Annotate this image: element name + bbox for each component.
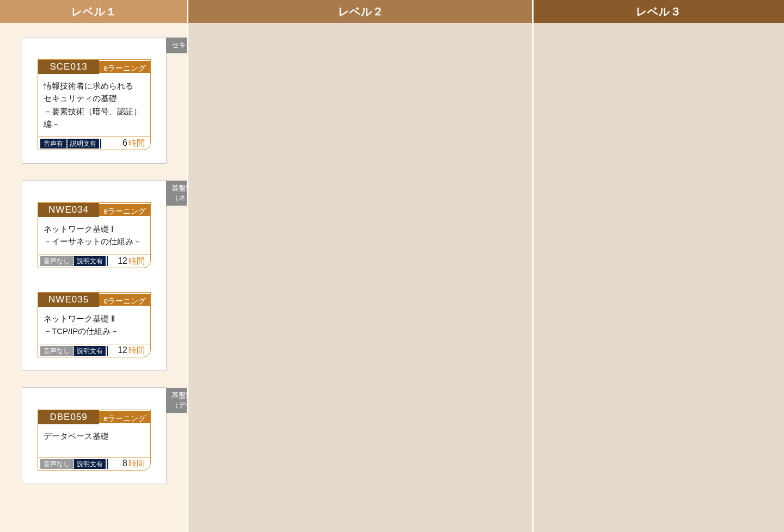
course-footer: 音声有説明文有6時間 bbox=[38, 137, 150, 150]
course-card[interactable]: DBE059eラーニングデータベース基礎音声なし説明文有8時間 bbox=[38, 410, 151, 471]
course-group: 基盤製品 （ネットワーク）NWE034eラーニングネットワーク基礎 Ⅰ －イーサ… bbox=[22, 180, 167, 371]
course-type-badge: eラーニング bbox=[99, 203, 150, 217]
course-group: セキュリティSCE013eラーニング情報技術者に求められる セキュリティの基礎 … bbox=[22, 37, 167, 164]
hours-value: 8 bbox=[122, 459, 127, 468]
course-header: DBE059eラーニング bbox=[38, 410, 150, 424]
hours-value: 12 bbox=[118, 345, 127, 355]
course-footer: 音声なし説明文有12時間 bbox=[38, 344, 150, 357]
course-hours: 12時間 bbox=[109, 345, 150, 356]
course-footer: 音声なし説明文有8時間 bbox=[38, 457, 150, 470]
course-header: NWE034eラーニング bbox=[38, 203, 150, 217]
column-header-level-2: レベル２ bbox=[188, 0, 534, 23]
course-card[interactable]: NWE034eラーニングネットワーク基礎 Ⅰ －イーサネットの仕組み－音声なし説… bbox=[38, 202, 151, 268]
course-title: 情報技術者に求められる セキュリティの基礎 －要素技術（暗号、認証）編－ bbox=[38, 74, 150, 137]
course-footer: 音声なし説明文有12時間 bbox=[38, 255, 150, 268]
column-level-1: レベル１ セキュリティSCE013eラーニング情報技術者に求められる セキュリテ… bbox=[0, 0, 188, 532]
description-available-badge: 説明文有 bbox=[74, 256, 106, 266]
course-title: ネットワーク基礎 Ⅰ －イーサネットの仕組み－ bbox=[38, 217, 150, 255]
course-code: SCE013 bbox=[38, 60, 99, 74]
course-card[interactable]: NWE035eラーニングネットワーク基礎 Ⅱ －TCP/IPの仕組み－音声なし説… bbox=[38, 292, 151, 358]
footer-divider-icon bbox=[100, 139, 101, 149]
audio-unavailable-badge: 音声なし bbox=[40, 346, 73, 356]
footer-divider-icon bbox=[107, 459, 108, 469]
course-code: NWE035 bbox=[38, 293, 99, 307]
footer-divider-icon bbox=[107, 346, 108, 356]
course-group: 基盤製品 （データベース）DBE059eラーニングデータベース基礎音声なし説明文… bbox=[22, 387, 167, 484]
hours-value: 6 bbox=[122, 138, 127, 147]
course-type-badge: eラーニング bbox=[99, 60, 150, 74]
hours-unit-label: 時間 bbox=[128, 256, 145, 265]
course-title: ネットワーク基礎 Ⅱ －TCP/IPの仕組み－ bbox=[38, 307, 150, 344]
audio-unavailable-badge: 音声なし bbox=[40, 256, 73, 266]
description-available-badge: 説明文有 bbox=[74, 459, 106, 469]
course-title: データベース基礎 bbox=[38, 424, 150, 457]
course-type-badge: eラーニング bbox=[99, 293, 150, 307]
level-columns: レベル１ セキュリティSCE013eラーニング情報技術者に求められる セキュリテ… bbox=[0, 0, 784, 532]
column-body-level-3 bbox=[534, 23, 784, 532]
footer-divider-icon bbox=[107, 256, 108, 266]
column-level-2: レベル２ bbox=[188, 0, 534, 532]
column-header-level-3: レベル３ bbox=[534, 0, 784, 23]
audio-unavailable-badge: 音声なし bbox=[40, 459, 73, 469]
course-hours: 8時間 bbox=[109, 459, 150, 469]
hours-unit-label: 時間 bbox=[128, 345, 145, 355]
course-hours: 12時間 bbox=[109, 256, 150, 267]
hours-unit-label: 時間 bbox=[128, 459, 145, 468]
column-body-level-2 bbox=[188, 23, 534, 532]
course-hours: 6時間 bbox=[102, 138, 150, 149]
course-header: NWE035eラーニング bbox=[38, 293, 150, 307]
hours-value: 12 bbox=[118, 256, 127, 265]
course-card[interactable]: SCE013eラーニング情報技術者に求められる セキュリティの基礎 －要素技術（… bbox=[38, 59, 151, 150]
hours-unit-label: 時間 bbox=[128, 138, 145, 147]
description-available-badge: 説明文有 bbox=[68, 139, 99, 149]
course-header: SCE013eラーニング bbox=[38, 60, 150, 74]
course-code: NWE034 bbox=[38, 203, 99, 217]
column-header-level-1: レベル１ bbox=[0, 0, 188, 23]
column-level-3: レベル３ bbox=[534, 0, 784, 532]
description-available-badge: 説明文有 bbox=[74, 346, 106, 356]
column-body-level-1: セキュリティSCE013eラーニング情報技術者に求められる セキュリティの基礎 … bbox=[0, 23, 188, 532]
audio-available-badge: 音声有 bbox=[40, 139, 66, 149]
course-code: DBE059 bbox=[38, 410, 99, 424]
course-type-badge: eラーニング bbox=[99, 410, 150, 424]
